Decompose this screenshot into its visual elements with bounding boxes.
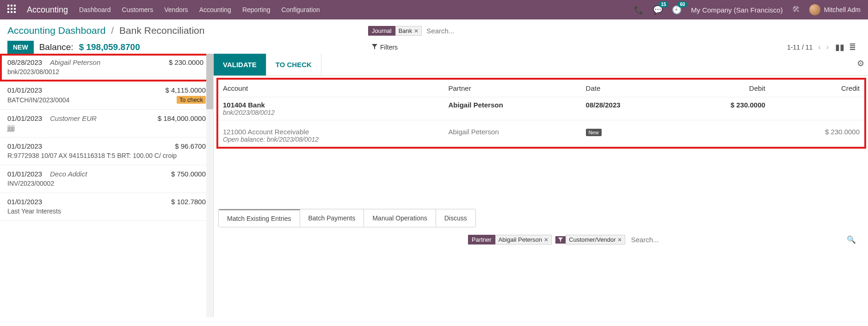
funnel-icon — [372, 44, 377, 51]
list-item[interactable]: 08/28/2023Abigail Peterson$ 230.0000bnk/… — [0, 54, 213, 82]
match-search-input[interactable] — [629, 234, 720, 245]
match-tabs: Match Existing Entries Batch Payments Ma… — [218, 209, 476, 227]
search-chip-filter[interactable]: Customer/Vendor✕ — [555, 234, 625, 245]
balance-value: $ 198,059.8700 — [79, 42, 140, 52]
tab-discuss[interactable]: Discuss — [436, 209, 475, 227]
col-account: Account — [218, 80, 444, 97]
close-icon[interactable]: ✕ — [414, 28, 419, 34]
search-input[interactable] — [425, 25, 861, 37]
pager: 1-11 / 11 ‹ › — [787, 43, 829, 51]
nav-dashboard[interactable]: Dashboard — [79, 6, 111, 13]
breadcrumb-current: Bank Reconciliation — [119, 25, 204, 36]
svg-rect-2 — [14, 5, 16, 6]
svg-rect-6 — [7, 11, 9, 13]
top-navbar: Accounting Dashboard Customers Vendors A… — [0, 0, 868, 19]
user-name: Mitchell Adm — [824, 6, 861, 13]
messages-icon[interactable]: 💬15 — [653, 5, 663, 15]
wrench-icon[interactable]: 🛠 — [792, 5, 800, 14]
nav-customers[interactable]: Customers — [122, 6, 154, 13]
list-item[interactable]: 01/01/2023$ 4,115.0000BATCH/IN/2023/0004… — [0, 82, 213, 110]
scrollbar[interactable] — [206, 54, 213, 317]
col-credit: Credit — [770, 80, 864, 97]
main: 08/28/2023Abigail Peterson$ 230.0000bnk/… — [0, 54, 868, 317]
breadcrumb: Accounting Dashboard / Bank Reconciliati… — [7, 25, 368, 36]
sub-header: Accounting Dashboard / Bank Reconciliati… — [0, 19, 868, 54]
nav-vendors[interactable]: Vendors — [164, 6, 188, 13]
status-badge: New — [586, 129, 602, 136]
match-search-bar[interactable]: Partner Abigail Peterson✕ Customer/Vendo… — [218, 234, 863, 245]
col-date: Date — [581, 80, 676, 97]
statement-list[interactable]: 08/28/2023Abigail Peterson$ 230.0000bnk/… — [0, 54, 214, 317]
funnel-icon — [555, 236, 566, 244]
search-bar[interactable]: Journal Bank✕ — [368, 25, 861, 37]
user-menu[interactable]: Mitchell Adm — [809, 4, 861, 15]
messages-badge: 15 — [659, 1, 668, 7]
tab-match-existing[interactable]: Match Existing Entries — [219, 209, 300, 227]
list-view-icon[interactable]: ≣ — [849, 42, 856, 52]
reconciliation-lines-highlight: Account Partner Date Debit Credit 101404… — [216, 78, 866, 149]
avatar — [809, 4, 820, 15]
svg-rect-3 — [7, 8, 9, 10]
reconciliation-table: Account Partner Date Debit Credit 101404… — [218, 80, 864, 147]
tab-batch-payments[interactable]: Batch Payments — [300, 209, 364, 227]
apps-icon[interactable] — [7, 5, 16, 15]
table-row[interactable]: 101404 Bank bnk/2023/08/0012 Abigail Pet… — [218, 97, 864, 120]
list-item[interactable]: 01/01/2023Customer EUR$ 184,000.0000jjjj… — [0, 110, 213, 138]
reconciliation-pane: VALIDATE TO CHECK ⚙ Account Partner Date… — [214, 54, 868, 317]
search-chip-partner[interactable]: Partner Abigail Peterson✕ — [468, 234, 552, 245]
phone-icon[interactable]: 📞 — [634, 5, 644, 15]
svg-rect-1 — [11, 5, 12, 6]
svg-rect-8 — [14, 11, 16, 13]
svg-rect-4 — [11, 8, 12, 10]
status-badge: To check — [177, 96, 206, 104]
search-chip-journal[interactable]: Journal Bank✕ — [368, 25, 422, 37]
activities-icon[interactable]: 🕘60 — [672, 5, 682, 15]
new-button[interactable]: NEW — [7, 41, 34, 54]
filters-button[interactable]: Filters — [368, 42, 401, 53]
list-item[interactable]: 01/01/2023Deco Addict$ 750.0000INV/2023/… — [0, 165, 213, 193]
col-partner: Partner — [444, 80, 581, 97]
validate-button[interactable]: VALIDATE — [214, 54, 266, 75]
col-debit: Debit — [676, 80, 770, 97]
activities-badge: 60 — [677, 1, 687, 7]
breadcrumb-root[interactable]: Accounting Dashboard — [7, 25, 105, 36]
company-switcher[interactable]: My Company (San Francisco) — [691, 6, 782, 14]
navbar-right: 📞 💬15 🕘60 My Company (San Francisco) 🛠 M… — [634, 4, 861, 15]
balance-label: Balance: — [39, 42, 74, 52]
svg-rect-5 — [14, 8, 16, 10]
svg-rect-0 — [7, 5, 9, 6]
search-icon[interactable]: 🔍 — [847, 235, 863, 244]
nav-menu: Dashboard Customers Vendors Accounting R… — [79, 6, 320, 13]
tocheck-button[interactable]: TO CHECK — [266, 54, 321, 75]
app-title[interactable]: Accounting — [27, 5, 68, 15]
list-item[interactable]: 01/01/2023$ 102.7800Last Year Interests — [0, 193, 213, 221]
kanban-view-icon[interactable]: ▮▮ — [835, 42, 844, 52]
svg-rect-7 — [11, 11, 12, 13]
gear-icon[interactable]: ⚙ — [853, 54, 868, 75]
tab-manual-operations[interactable]: Manual Operations — [364, 209, 436, 227]
action-tabs: VALIDATE TO CHECK ⚙ — [214, 54, 868, 76]
nav-configuration[interactable]: Configuration — [282, 6, 320, 13]
pager-prev-icon[interactable]: ‹ — [818, 43, 820, 51]
nav-reporting[interactable]: Reporting — [242, 6, 271, 13]
list-item[interactable]: 01/01/2023$ 96.6700R:9772938 10/07 AX 94… — [0, 138, 213, 165]
table-row[interactable]: 121000 Account Receivable Open balance: … — [218, 120, 864, 147]
close-icon[interactable]: ✕ — [544, 237, 548, 243]
pager-next-icon[interactable]: › — [826, 43, 829, 51]
nav-accounting[interactable]: Accounting — [199, 6, 231, 13]
close-icon[interactable]: ✕ — [617, 237, 622, 243]
pager-text: 1-11 / 11 — [787, 44, 813, 51]
